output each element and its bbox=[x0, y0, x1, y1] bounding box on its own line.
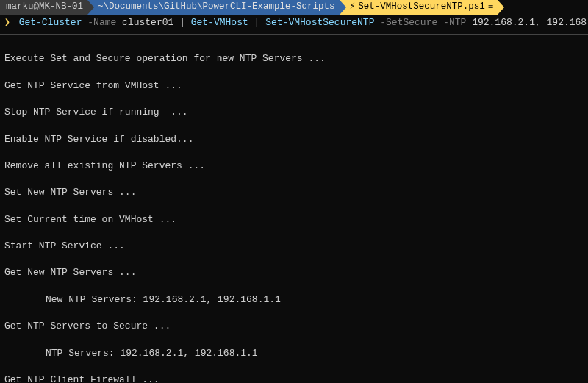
hamburger-icon: ≡ bbox=[488, 1, 494, 14]
out-line: Get NTP Client Firewall ... bbox=[4, 373, 584, 383]
out-line: NTP Servers: 192.168.2.1, 192.168.1.1 bbox=[4, 347, 584, 360]
out-line: Remove all existing NTP Servers ... bbox=[4, 160, 584, 173]
out-line: New NTP Servers: 192.168.2.1, 192.168.1.… bbox=[4, 293, 584, 307]
arg-ips: 192.168.2.1, 192.168.1.1 bbox=[472, 17, 588, 28]
user-host-segment: marku@MK-NB-01 bbox=[0, 0, 87, 15]
arg-cluster: cluster01 bbox=[122, 17, 173, 28]
out-line: Get NTP Service from VMHost ... bbox=[4, 79, 584, 93]
out-line: Set Current time on VMHost ... bbox=[4, 213, 584, 226]
terminal-output: Execute Set and Secure operation for new… bbox=[0, 35, 588, 383]
out-line: Set New NTP Servers ... bbox=[4, 186, 584, 199]
out-line: Get NTP Servers to Secure ... bbox=[4, 320, 584, 333]
pipe-1: | bbox=[179, 17, 191, 28]
cmd-get-vmhost: Get-VMHost bbox=[191, 17, 248, 28]
param-ntp: -NTP bbox=[443, 17, 466, 28]
path-segment: ~\Documents\GitHub\PowerCLI-Example-Scri… bbox=[87, 0, 340, 15]
pipe-2: | bbox=[254, 17, 266, 28]
param-name: -Name bbox=[87, 17, 116, 28]
out-line: Execute Set and Secure operation for new… bbox=[4, 52, 584, 65]
cmd-set-vmhostsecurentp: Set-VMHostSecureNTP bbox=[265, 17, 374, 28]
powershell-icon: ⚡ bbox=[350, 1, 356, 14]
prompt-caret: ❯ bbox=[4, 17, 10, 28]
param-setsecure: -SetSecure bbox=[380, 17, 437, 28]
out-line: Stop NTP Service if running ... bbox=[4, 106, 584, 119]
cmd-get-cluster: Get-Cluster bbox=[19, 17, 82, 28]
out-line: Enable NTP Service if disabled... bbox=[4, 133, 584, 146]
file-name: Set-VMHostSecureNTP.ps1 bbox=[358, 1, 485, 14]
path-text: ~\Documents\GitHub\PowerCLI-Example-Scri… bbox=[98, 1, 335, 14]
out-line: Start NTP Service ... bbox=[4, 240, 584, 253]
titlebar: marku@MK-NB-01 ~\Documents\GitHub\PowerC… bbox=[0, 0, 588, 15]
user-host: marku@MK-NB-01 bbox=[6, 1, 83, 14]
file-segment: ⚡ Set-VMHostSecureNTP.ps1 ≡ bbox=[340, 0, 498, 15]
command-line[interactable]: ❯ Get-Cluster -Name cluster01 | Get-VMHo… bbox=[0, 15, 588, 35]
out-line: Get New NTP Servers ... bbox=[4, 266, 584, 279]
